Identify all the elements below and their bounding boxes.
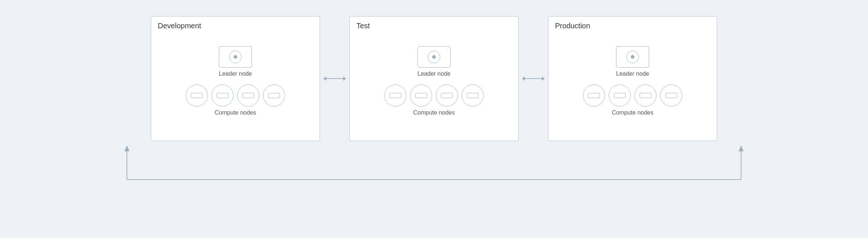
compute-icon-inner [614, 93, 626, 98]
test-compute-section: Compute nodes [384, 84, 484, 116]
test-compute-icons [384, 84, 484, 107]
development-box: Development Leader node [151, 16, 320, 141]
production-compute-section: Compute nodes [583, 84, 682, 116]
diagram-container: Development Leader node [22, 16, 846, 222]
compute-icon-inner [467, 93, 479, 98]
production-leader-icon-dot [631, 55, 634, 59]
production-leader-icon-inner [626, 51, 639, 63]
compute-icon-inner [268, 93, 280, 98]
compute-icon-inner [665, 93, 677, 98]
svg-marker-4 [739, 145, 744, 151]
compute-icon-inner [389, 93, 401, 98]
arrow-dev-test-line [324, 78, 346, 79]
production-box: Production Leader node [548, 16, 717, 141]
compute-icon-inner [588, 93, 600, 98]
compute-icon [211, 84, 234, 107]
development-leader-icon [219, 46, 252, 68]
development-compute-icons [186, 84, 285, 107]
bottom-arrow-container [22, 145, 846, 189]
compute-icon-inner [191, 93, 203, 98]
arrow-test-prod [519, 78, 548, 79]
test-box: Test Leader node [349, 16, 519, 141]
test-leader-section: Leader node [417, 46, 451, 77]
development-title: Development [158, 22, 201, 30]
compute-icon [609, 84, 631, 107]
arrow-test-prod-line [522, 78, 544, 79]
development-compute-section: Compute nodes [186, 84, 285, 116]
test-leader-label: Leader node [417, 71, 451, 77]
compute-icon [462, 84, 484, 107]
compute-icon [263, 84, 285, 107]
compute-icon-inner [415, 93, 427, 98]
test-compute-label: Compute nodes [413, 109, 455, 116]
test-content: Leader node Compute nodes [357, 29, 511, 133]
production-compute-label: Compute nodes [612, 109, 654, 116]
production-leader-section: Leader node [616, 46, 649, 77]
environments-row: Development Leader node [22, 16, 846, 141]
development-leader-section: Leader node [219, 46, 252, 77]
production-content: Leader node Compute nodes [556, 29, 709, 133]
bottom-arrow-svg [22, 145, 846, 189]
compute-icon [436, 84, 458, 107]
compute-icon-inner [640, 93, 651, 98]
compute-icon [583, 84, 605, 107]
development-leader-icon-inner [229, 51, 242, 63]
svg-marker-3 [124, 145, 129, 151]
compute-icon-inner [217, 93, 228, 98]
development-leader-icon-dot [234, 55, 237, 59]
development-compute-label: Compute nodes [215, 109, 256, 116]
test-title: Test [356, 22, 370, 30]
production-leader-icon [616, 46, 649, 68]
compute-icon [634, 84, 657, 107]
compute-icon [237, 84, 259, 107]
production-compute-icons [583, 84, 682, 107]
test-leader-icon-dot [432, 55, 436, 59]
compute-icon [660, 84, 682, 107]
arrow-dev-test [320, 78, 349, 79]
compute-icon [384, 84, 406, 107]
test-leader-icon [417, 46, 451, 68]
production-title: Production [555, 22, 590, 30]
compute-icon-inner [242, 93, 254, 98]
test-leader-icon-inner [428, 51, 440, 63]
development-content: Leader node Compute nodes [159, 29, 312, 133]
compute-icon-inner [441, 93, 453, 98]
compute-icon [410, 84, 432, 107]
production-leader-label: Leader node [616, 71, 649, 77]
compute-icon [186, 84, 208, 107]
development-leader-label: Leader node [219, 71, 252, 77]
